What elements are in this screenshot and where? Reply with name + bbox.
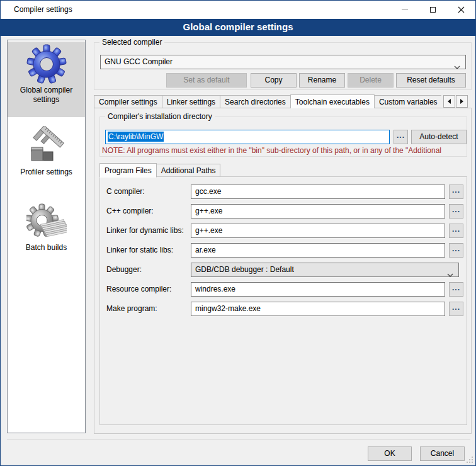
field-label: Debugger: <box>106 263 142 277</box>
make-program-browse-button[interactable]: ... <box>449 302 463 316</box>
group-label: Compiler's installation directory <box>105 112 215 121</box>
selected-compiler-group: Selected compiler GNU GCC Compiler Set a… <box>94 42 472 90</box>
tab-scroll-buttons <box>443 95 468 108</box>
sidebar-item-label: Global compiler settings <box>8 86 85 105</box>
maximize-button[interactable] <box>419 1 447 19</box>
delete-button: Delete <box>348 73 394 88</box>
resource-compiler-browse-button[interactable]: ... <box>449 282 463 297</box>
c-compiler-input[interactable]: gcc.exe <box>191 185 445 199</box>
tab-custom-variables[interactable]: Custom variables <box>374 95 441 108</box>
tab-program-files[interactable]: Program Files <box>99 163 157 178</box>
linker-for-static-libs-input[interactable]: ar.exe <box>191 243 445 258</box>
selected-path-text: C:\raylib\MinGW <box>108 132 164 142</box>
arrow-right-icon <box>460 99 463 104</box>
settings-tabs: Compiler settingsLinker settingsSearch d… <box>94 94 441 108</box>
caption-buttons <box>390 1 475 19</box>
sidebar-item-batch-builds[interactable]: Batch builds <box>8 199 85 270</box>
field-row-linker-for-dynamic-libs: Linker for dynamic libs:g++.exe... <box>100 224 468 238</box>
compiler-settings-dialog: Compiler settings Global compiler settin… <box>0 0 476 466</box>
field-label: C++ compiler: <box>106 204 154 219</box>
browse-directory-button[interactable]: ... <box>394 130 408 144</box>
tab-search-directories[interactable]: Search directories <box>220 95 291 108</box>
tab-scroll-right-button[interactable] <box>456 95 468 108</box>
tab-compiler-settings[interactable]: Compiler settings <box>94 95 162 108</box>
ok-button[interactable]: OK <box>368 446 412 461</box>
close-icon <box>458 6 465 13</box>
title-bar[interactable]: Compiler settings <box>1 1 475 19</box>
copy-button[interactable]: Copy <box>251 73 297 88</box>
chevron-down-icon <box>447 268 453 277</box>
select-value: GDB/CDB debugger : Default <box>195 265 294 274</box>
auto-detect-button[interactable]: Auto-detect <box>411 130 467 144</box>
rename-button[interactable]: Rename <box>299 73 345 88</box>
footer-separator <box>7 440 470 440</box>
field-label: Linker for dynamic libs: <box>106 224 184 238</box>
page-title: Global compiler settings <box>1 19 475 36</box>
sidebar-item-label: Batch builds <box>8 243 85 253</box>
compiler-select-value: GNU GCC Compiler <box>105 57 173 66</box>
tab-scroll-left-button[interactable] <box>443 95 455 108</box>
field-row-resource-compiler: Resource compiler:windres.exe... <box>100 282 468 297</box>
linker-for-static-libs-browse-button[interactable]: ... <box>449 243 463 258</box>
linker-for-dynamic-libs-input[interactable]: g++.exe <box>191 224 445 238</box>
blue-gear-icon <box>26 44 67 84</box>
make-program-input[interactable]: mingw32-make.exe <box>191 302 445 316</box>
field-row-c-compiler: C++ compiler:g++.exe... <box>100 204 468 219</box>
set-as-default-button: Set as default <box>166 73 247 88</box>
note-text: NOTE: All programs must exist either in … <box>102 146 466 155</box>
window-title: Compiler settings <box>14 1 72 19</box>
tab-linker-settings[interactable]: Linker settings <box>162 95 220 108</box>
cancel-button[interactable]: Cancel <box>420 446 465 461</box>
close-button[interactable] <box>447 1 475 19</box>
chevron-down-icon <box>454 60 460 69</box>
sidebar-item-label: Profiler settings <box>8 168 85 177</box>
sidebar-item-profiler-settings[interactable]: Profiler settings <box>8 123 85 194</box>
program-files-panel: C compiler:gcc.exe...C++ compiler:g++.ex… <box>99 176 467 425</box>
arrow-left-icon <box>448 99 451 104</box>
field-label: C compiler: <box>106 185 145 199</box>
minimize-button[interactable] <box>390 1 419 19</box>
linker-for-dynamic-libs-browse-button[interactable]: ... <box>449 224 463 238</box>
tab-toolchain-executables[interactable]: Toolchain executables <box>290 94 375 108</box>
resource-compiler-input[interactable]: windres.exe <box>191 282 445 297</box>
minimize-icon <box>402 9 408 10</box>
field-row-debugger: Debugger:GDB/CDB debugger : Default <box>100 263 468 277</box>
field-row-make-program: Make program:mingw32-make.exe... <box>100 302 468 316</box>
field-label: Linker for static libs: <box>106 243 173 258</box>
field-row-c-compiler: C compiler:gcc.exe... <box>100 185 468 199</box>
c-compiler-input[interactable]: g++.exe <box>191 204 445 219</box>
sidebar-item-global-compiler-settings[interactable]: Global compiler settings <box>8 42 85 117</box>
settings-category-list: Global compiler settings Profiler settin… <box>7 40 86 433</box>
field-row-linker-for-static-libs: Linker for static libs:ar.exe... <box>100 243 468 258</box>
installation-directory-input[interactable]: C:\raylib\MinGW <box>105 130 390 144</box>
tab-additional-paths[interactable]: Additional Paths <box>156 164 221 177</box>
c-compiler-browse-button[interactable]: ... <box>449 185 463 199</box>
maximize-icon <box>430 7 436 13</box>
c-compiler-browse-button[interactable]: ... <box>449 204 463 219</box>
toolchain-executables-panel: Compiler's installation directory C:\ray… <box>94 108 472 434</box>
group-label: Selected compiler <box>99 38 164 47</box>
field-label: Make program: <box>106 302 157 316</box>
compiler-select[interactable]: GNU GCC Compiler <box>100 55 466 69</box>
gray-gear-stack-icon <box>26 202 67 242</box>
field-label: Resource compiler: <box>106 282 171 297</box>
installation-directory-group: Compiler's installation directory C:\ray… <box>99 116 467 157</box>
program-files-tabs: Program FilesAdditional Paths <box>99 162 220 177</box>
resize-grip[interactable] <box>466 456 474 464</box>
debugger-select[interactable]: GDB/CDB debugger : Default <box>191 263 459 277</box>
reset-defaults-button[interactable]: Reset defaults <box>396 73 466 88</box>
caliper-icon <box>26 126 67 166</box>
